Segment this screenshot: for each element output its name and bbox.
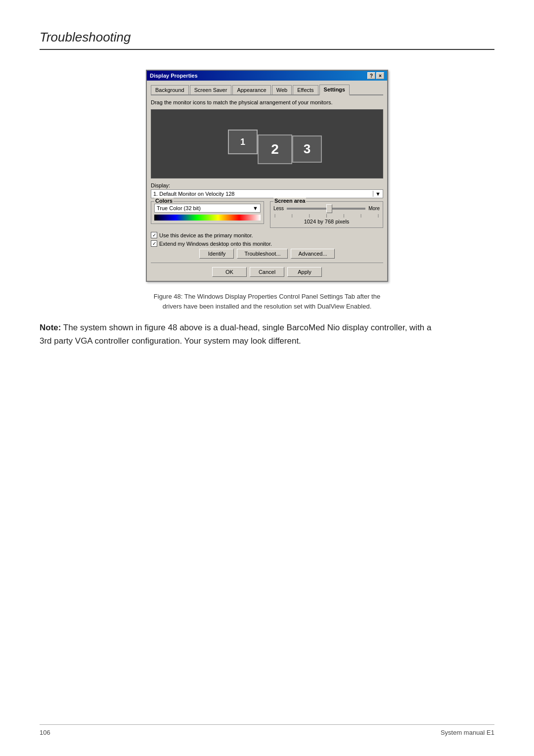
- checkbox-row-extend: Extend my Windows desktop onto this moni…: [151, 240, 383, 247]
- titlebar-buttons: ? ×: [367, 72, 384, 79]
- dialog-title: Display Properties: [150, 73, 198, 79]
- checkbox-primary-label: Use this device as the primary monitor.: [159, 232, 253, 238]
- tab-bar: Background Screen Saver Appearance Web E…: [151, 85, 383, 95]
- screen-area-group: Screen area Less More | |: [270, 198, 383, 228]
- monitor-icon-2[interactable]: 2: [258, 134, 292, 164]
- checkbox-extend-desktop[interactable]: [151, 240, 157, 247]
- slider-less-label: Less: [273, 206, 284, 211]
- dialog-titlebar: Display Properties ? ×: [147, 71, 387, 81]
- troubleshoot-button[interactable]: Troubleshoot...: [237, 249, 288, 259]
- page-footer: 106 System manual E1: [40, 724, 494, 736]
- color-bar: [154, 215, 261, 221]
- display-label-row: Display:: [151, 182, 383, 188]
- settings-row: Colors True Color (32 bit) ▼ Screen area: [151, 198, 383, 228]
- colors-group: Colors True Color (32 bit) ▼: [151, 198, 264, 228]
- tab-screensaver[interactable]: Screen Saver: [190, 85, 232, 94]
- display-properties-dialog: Display Properties ? × Background Screen…: [146, 70, 388, 282]
- colors-fieldset: Colors True Color (32 bit) ▼: [151, 201, 264, 224]
- dialog-container: Display Properties ? × Background Screen…: [40, 70, 494, 282]
- instruction-text: Drag the monitor icons to match the phys…: [151, 99, 383, 105]
- tab-appearance[interactable]: Appearance: [232, 85, 270, 94]
- display-value: 1. Default Monitor on Velocity 128: [153, 191, 234, 197]
- monitor-icon-3[interactable]: 3: [292, 135, 322, 163]
- footer-manual-name: System manual E1: [441, 729, 494, 736]
- colors-value: True Color (32 bit): [157, 205, 201, 211]
- colors-select[interactable]: True Color (32 bit) ▼: [154, 204, 261, 213]
- slider-ticks: | | | | | | |: [273, 213, 380, 218]
- checkbox-primary-monitor[interactable]: [151, 232, 157, 238]
- advanced-button[interactable]: Advanced...: [291, 249, 334, 259]
- help-button[interactable]: ?: [367, 72, 375, 79]
- page-header: Troubleshooting: [40, 30, 494, 50]
- identify-button[interactable]: Identify: [199, 249, 234, 259]
- close-button[interactable]: ×: [376, 72, 384, 79]
- screen-area-fieldset: Screen area Less More | |: [270, 201, 383, 228]
- slider-more-label: More: [368, 206, 380, 211]
- slider-track[interactable]: [287, 208, 365, 210]
- tab-settings[interactable]: Settings: [319, 85, 350, 95]
- ok-cancel-row: OK Cancel Apply: [151, 263, 383, 277]
- note-text: Note: The system shown in figure 48 abov…: [40, 321, 445, 348]
- note-body: The system shown in figure 48 above is a…: [40, 323, 431, 346]
- ok-button[interactable]: OK: [212, 267, 247, 277]
- resolution-text: 1024 by 768 pixels: [273, 219, 380, 224]
- tab-effects[interactable]: Effects: [293, 85, 318, 94]
- cancel-button[interactable]: Cancel: [250, 267, 284, 277]
- colors-dropdown-arrow-icon: ▼: [253, 205, 258, 211]
- display-label: Display:: [151, 182, 170, 188]
- checkbox-row-primary: Use this device as the primary monitor.: [151, 232, 383, 238]
- bottom-buttons: Identify Troubleshoot... Advanced...: [151, 249, 383, 259]
- screen-area-legend: Screen area: [273, 198, 306, 204]
- monitor-preview: 1 2 3: [151, 109, 383, 178]
- page-container: Troubleshooting Display Properties ? × B…: [0, 0, 534, 387]
- tab-background[interactable]: Background: [151, 85, 189, 94]
- display-dropdown[interactable]: 1. Default Monitor on Velocity 128 ▼: [151, 189, 383, 198]
- dropdown-arrow-icon: ▼: [373, 191, 381, 197]
- apply-button[interactable]: Apply: [287, 267, 322, 277]
- slider-container: Less More: [273, 206, 380, 211]
- colors-legend: Colors: [154, 198, 174, 204]
- figure-caption: Figure 48: The Windows Display Propertie…: [148, 292, 386, 311]
- slider-thumb[interactable]: [326, 204, 332, 213]
- note-prefix: Note:: [40, 323, 61, 332]
- page-title: Troubleshooting: [40, 30, 494, 45]
- tab-web[interactable]: Web: [272, 85, 292, 94]
- monitor-icon-1[interactable]: 1: [228, 130, 258, 154]
- dialog-content: Background Screen Saver Appearance Web E…: [147, 81, 387, 281]
- checkbox-extend-label: Extend my Windows desktop onto this moni…: [159, 241, 272, 247]
- footer-page-number: 106: [40, 729, 50, 736]
